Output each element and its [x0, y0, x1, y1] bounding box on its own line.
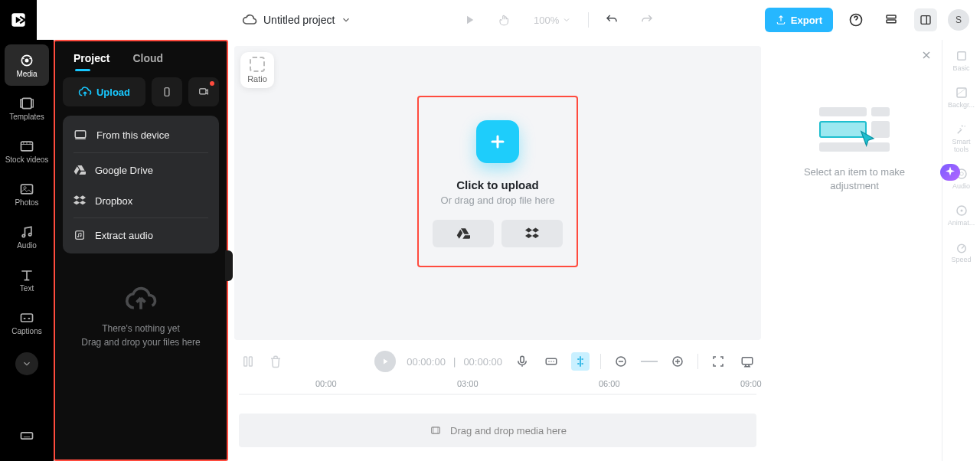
canvas-upload-box: Click to upload Or drag and drop file he…: [417, 96, 578, 267]
zoom-indicator[interactable]: 100%: [534, 15, 571, 26]
zoom-out-button[interactable]: [612, 352, 630, 371]
svg-rect-10: [22, 98, 31, 108]
canvas-upload-subtitle: Or drag and drop file here: [441, 195, 555, 206]
project-title[interactable]: Untitled project: [263, 14, 335, 26]
ratio-button[interactable]: Ratio: [240, 52, 274, 88]
delete-button[interactable]: [266, 352, 285, 371]
empty-title: There's nothing yet: [67, 323, 214, 334]
rail-captions[interactable]: Captions: [5, 302, 49, 343]
timeline-toolbar: 00:00:00 | 00:00:00: [228, 346, 767, 377]
dd-extract-audio[interactable]: Extract audio: [63, 220, 219, 250]
svg-rect-2: [887, 15, 896, 18]
zoom-in-button[interactable]: [668, 352, 687, 371]
panel-toggle-button[interactable]: [914, 8, 937, 31]
magnet-button[interactable]: [571, 352, 590, 371]
fit-button[interactable]: [709, 352, 727, 371]
right-panel-hint: Select an item to make adjustment: [804, 165, 905, 193]
ai-badge-icon: [940, 164, 960, 181]
preview-play-button[interactable]: [457, 8, 482, 32]
upload-button[interactable]: Upload: [63, 77, 145, 106]
captions-tool-button[interactable]: [542, 352, 560, 371]
rail-keyboard[interactable]: [5, 415, 49, 456]
canvas-google-drive-button[interactable]: [433, 220, 494, 247]
svg-point-20: [22, 234, 24, 237]
right-rail: Basic Backgr... Smart tools Audio Animat…: [942, 40, 980, 461]
svg-point-53: [959, 172, 963, 176]
rr-speed[interactable]: Speed: [945, 240, 978, 263]
svg-rect-4: [921, 16, 930, 25]
svg-point-19: [24, 186, 26, 188]
svg-rect-3: [887, 20, 896, 23]
mic-button[interactable]: [513, 352, 531, 371]
record-screen-button[interactable]: [188, 77, 219, 106]
rail-text[interactable]: Text: [5, 259, 49, 300]
empty-dropzone[interactable]: There's nothing yet Drag and drop your f…: [60, 261, 222, 348]
export-button[interactable]: Export: [765, 8, 833, 32]
top-bar: Untitled project 100% Export S: [0, 0, 980, 40]
export-icon: [776, 15, 786, 25]
svg-point-31: [80, 235, 81, 237]
canvas-upload-title: Click to upload: [456, 178, 539, 191]
svg-point-55: [960, 210, 962, 212]
dropbox-icon: [525, 227, 539, 240]
play-button[interactable]: [374, 351, 396, 372]
svg-point-7: [25, 58, 29, 62]
timeline-ruler[interactable]: 00:00 03:00 06:00 09:00: [239, 377, 756, 400]
timecode: 00:00:00 | 00:00:00: [407, 356, 502, 368]
upload-dropdown: From this device Google Drive Dropbox Ex…: [63, 116, 219, 253]
preview-mode-button[interactable]: [738, 352, 756, 371]
svg-rect-23: [21, 433, 33, 439]
undo-button[interactable]: [599, 8, 624, 32]
rail-stock-videos[interactable]: Stock videos: [5, 130, 49, 172]
svg-rect-44: [742, 358, 753, 365]
close-panel-button[interactable]: [920, 49, 933, 64]
tab-cloud[interactable]: Cloud: [132, 52, 163, 69]
rr-basic[interactable]: Basic: [945, 49, 978, 72]
zoom-slider[interactable]: [641, 361, 658, 362]
center-column: Ratio Click to upload Or drag and drop f…: [228, 40, 767, 461]
cloud-upload-icon: [124, 283, 158, 316]
rail-photos[interactable]: Photos: [5, 173, 49, 214]
rail-templates[interactable]: Templates: [5, 87, 49, 129]
svg-point-38: [553, 361, 554, 362]
svg-rect-26: [200, 89, 206, 94]
rail-audio[interactable]: Audio: [5, 216, 49, 257]
chevron-down-icon[interactable]: [341, 15, 351, 25]
rail-media[interactable]: Media: [5, 44, 49, 86]
canvas[interactable]: Ratio Click to upload Or drag and drop f…: [234, 46, 761, 340]
hand-tool-button[interactable]: [492, 8, 517, 32]
svg-point-9: [29, 57, 31, 59]
svg-rect-25: [165, 88, 169, 96]
svg-rect-46: [432, 427, 440, 433]
rr-smart-tools[interactable]: Smart tools: [945, 123, 978, 153]
right-properties-panel: Select an item to make adjustment: [767, 40, 942, 461]
canvas-dropbox-button[interactable]: [501, 220, 563, 247]
rr-audio[interactable]: Audio: [945, 167, 978, 190]
panel-resize-handle[interactable]: [225, 250, 233, 281]
app-logo[interactable]: [0, 0, 37, 40]
record-phone-button[interactable]: [152, 77, 182, 106]
dd-dropbox[interactable]: Dropbox: [63, 185, 219, 216]
svg-point-36: [548, 361, 550, 362]
svg-rect-11: [21, 100, 23, 107]
timeline-dropzone[interactable]: Drag and drop media here: [239, 414, 756, 447]
svg-line-51: [957, 88, 966, 95]
split-button[interactable]: [239, 352, 257, 371]
rr-background[interactable]: Backgr...: [945, 86, 978, 109]
svg-rect-49: [957, 52, 965, 60]
tab-project[interactable]: Project: [74, 52, 109, 69]
dd-from-device[interactable]: From this device: [63, 119, 219, 151]
layers-button[interactable]: [879, 8, 903, 32]
rail-expand-button[interactable]: [15, 352, 38, 375]
svg-rect-27: [75, 131, 86, 138]
dd-google-drive[interactable]: Google Drive: [63, 155, 219, 185]
user-avatar[interactable]: S: [948, 9, 969, 31]
svg-point-21: [29, 233, 31, 235]
help-button[interactable]: [844, 8, 868, 32]
svg-rect-34: [521, 356, 524, 362]
svg-point-37: [550, 361, 552, 362]
cloud-icon: [242, 12, 257, 28]
rr-animation[interactable]: Animat...: [945, 204, 978, 227]
redo-button[interactable]: [635, 8, 659, 32]
canvas-upload-button[interactable]: [476, 120, 519, 163]
